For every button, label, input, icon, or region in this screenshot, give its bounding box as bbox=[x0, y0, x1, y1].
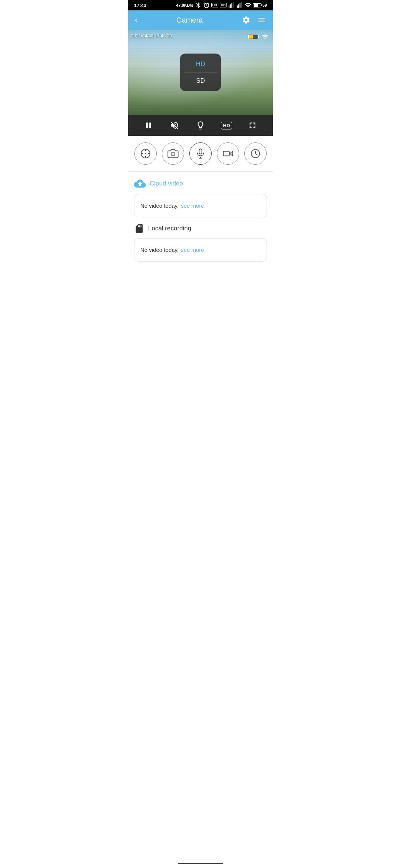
back-button[interactable]: ‹ bbox=[135, 15, 137, 25]
photo-circle[interactable] bbox=[162, 142, 184, 165]
svg-rect-5 bbox=[238, 4, 239, 8]
battery-fill bbox=[254, 4, 258, 7]
svg-rect-1 bbox=[230, 4, 231, 8]
battery-icon bbox=[253, 3, 261, 7]
status-time: 17:43 bbox=[134, 3, 146, 8]
sd-card-icon bbox=[134, 223, 144, 234]
target-circle[interactable] bbox=[134, 142, 157, 165]
fullscreen-button[interactable] bbox=[246, 119, 259, 132]
svg-rect-7 bbox=[241, 2, 242, 8]
hd-label[interactable]: HD bbox=[221, 122, 232, 129]
svg-rect-0 bbox=[229, 6, 229, 8]
svg-rect-4 bbox=[237, 6, 238, 8]
signal-icon bbox=[228, 2, 235, 9]
page-title: Camera bbox=[176, 16, 203, 24]
svg-line-22 bbox=[255, 154, 257, 155]
cloud-upload-icon bbox=[134, 178, 146, 190]
camera-feed: 2021/04/30 17:43:20 ⚡ HD SD bbox=[128, 30, 273, 115]
settings-icon[interactable] bbox=[242, 16, 251, 24]
pause-icon bbox=[144, 121, 153, 130]
video-icon bbox=[222, 148, 234, 159]
network-speed: 47.8KB/s bbox=[176, 3, 193, 7]
cam-wifi-icon bbox=[261, 33, 269, 40]
svg-rect-6 bbox=[239, 3, 240, 8]
mic-button[interactable] bbox=[189, 142, 212, 165]
camera-status-icons: ⚡ bbox=[248, 33, 269, 40]
svg-rect-3 bbox=[233, 2, 234, 8]
mic-icon bbox=[195, 148, 206, 159]
hd-badge-2: HD bbox=[220, 3, 227, 7]
quality-selector[interactable]: HD SD bbox=[180, 54, 221, 91]
cloud-section-header: Cloud video bbox=[134, 178, 267, 190]
svg-rect-15 bbox=[199, 149, 202, 154]
clock-circle[interactable] bbox=[244, 142, 267, 165]
cloud-video-card: No video today, see more bbox=[134, 194, 267, 217]
menu-icon[interactable] bbox=[257, 16, 266, 24]
bottom-spacer bbox=[128, 267, 273, 297]
cloud-section-title: Cloud video bbox=[150, 180, 183, 187]
status-bar: 17:43 47.8KB/s HD HD 59 bbox=[128, 0, 273, 10]
target-button[interactable] bbox=[134, 142, 157, 165]
svg-marker-19 bbox=[230, 151, 233, 156]
mute-button[interactable] bbox=[168, 119, 181, 132]
bluetooth-icon bbox=[195, 2, 202, 9]
hd-badge-1: HD bbox=[211, 3, 218, 7]
local-recording-card: No video today, see more bbox=[134, 238, 267, 262]
svg-point-9 bbox=[145, 153, 146, 154]
target-icon bbox=[140, 148, 151, 160]
camera-timestamp: 2021/04/30 17:43:20 bbox=[131, 33, 172, 39]
video-circle[interactable] bbox=[217, 142, 239, 165]
quality-sd-option[interactable]: SD bbox=[180, 73, 221, 88]
cloud-see-more-link[interactable]: see more bbox=[181, 203, 204, 209]
wifi-icon bbox=[245, 2, 251, 9]
signal-icon-2 bbox=[237, 2, 243, 9]
fullscreen-icon bbox=[248, 121, 257, 130]
local-see-more-link[interactable]: see more bbox=[181, 247, 204, 253]
clock-button[interactable] bbox=[244, 142, 267, 165]
cam-battery-icon: ⚡ bbox=[248, 34, 258, 39]
local-no-video-text: No video today, bbox=[140, 247, 179, 253]
local-section-header: Local recording bbox=[134, 223, 267, 234]
light-button[interactable] bbox=[194, 119, 207, 132]
mute-icon bbox=[170, 121, 179, 130]
cloud-no-video-text: No video today, bbox=[140, 203, 179, 209]
hd-quality-button[interactable]: HD bbox=[220, 119, 233, 132]
app-header: ‹ Camera bbox=[128, 10, 273, 30]
camera-controls-bar: HD bbox=[128, 115, 273, 136]
content-area: Cloud video No video today, see more Loc… bbox=[128, 172, 273, 262]
light-icon bbox=[196, 121, 205, 130]
quality-divider bbox=[184, 72, 217, 73]
video-button[interactable] bbox=[217, 142, 239, 165]
header-actions bbox=[242, 16, 266, 24]
quality-hd-option[interactable]: HD bbox=[180, 57, 221, 72]
svg-rect-2 bbox=[231, 3, 232, 8]
camera-photo-icon bbox=[167, 148, 179, 159]
alarm-icon bbox=[203, 2, 210, 9]
clock-icon bbox=[250, 148, 261, 159]
photo-button[interactable] bbox=[162, 142, 184, 165]
svg-point-14 bbox=[171, 152, 175, 156]
local-section-title: Local recording bbox=[148, 225, 191, 232]
status-right: 47.8KB/s HD HD 59 bbox=[176, 2, 267, 9]
svg-rect-18 bbox=[224, 151, 229, 156]
action-buttons-row bbox=[128, 136, 273, 172]
pause-button[interactable] bbox=[142, 119, 155, 132]
cam-battery-charge: ⚡ bbox=[249, 35, 253, 39]
battery-percent: 59 bbox=[263, 3, 267, 7]
mic-circle[interactable] bbox=[189, 142, 212, 165]
